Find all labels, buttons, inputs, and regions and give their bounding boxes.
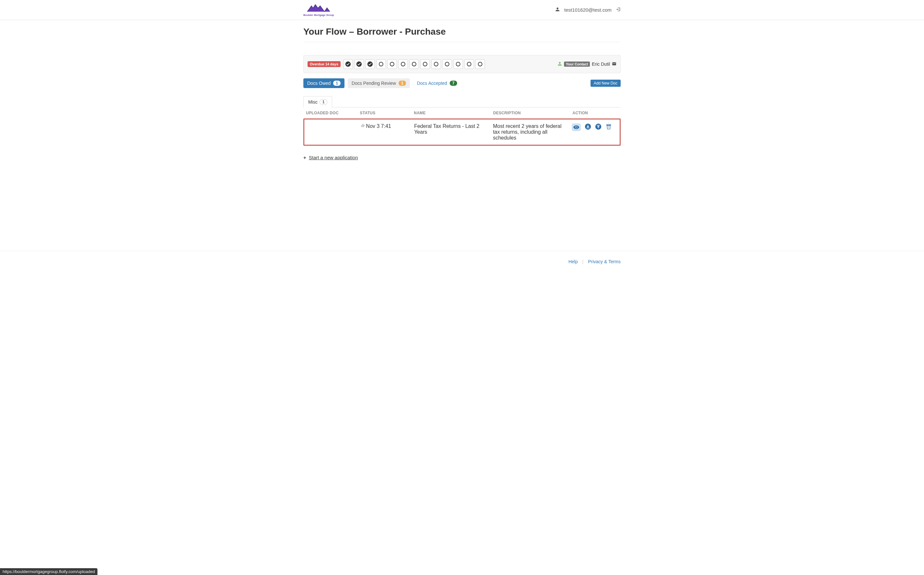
tab-docs-owed-label: Docs Owed [307,81,330,86]
th-name: NAME [411,108,491,119]
add-new-doc-button[interactable]: Add New Doc [591,79,621,87]
table-row: Nov 3 7:41 Federal Tax Returns - Last 2 … [303,119,621,146]
logo[interactable]: Boulder Mortgage Group [303,3,334,16]
cell-status: Nov 3 7:41 [358,119,412,145]
th-description: DESCRIPTION [491,108,570,119]
tab-docs-accepted-count: 7 [450,81,457,86]
page-title: Your Flow – Borrower - Purchase [303,27,621,37]
svg-point-12 [456,62,460,66]
upload-icon[interactable] [595,123,602,131]
tab-docs-owed-count: 1 [333,81,341,86]
person-icon [557,62,562,67]
logo-text: Boulder Mortgage Group [303,14,334,16]
mail-icon[interactable] [612,62,616,67]
start-new-application-link[interactable]: Start a new application [309,155,358,160]
svg-point-8 [412,62,416,66]
user-icon [555,7,560,13]
footer-privacy-link[interactable]: Privacy & Terms [588,259,621,264]
svg-point-10 [434,62,438,66]
th-action: ACTION [570,108,621,119]
progress-step-7[interactable] [409,59,419,69]
th-uploaded: UPLOADED DOC [303,108,357,119]
status-time: Nov 3 7:41 [366,123,391,129]
tab-docs-pending-count: 1 [398,81,406,86]
progress-step-1[interactable] [343,59,353,69]
delete-icon[interactable] [605,123,612,131]
user-email[interactable]: test101620@test.com [564,7,611,13]
topbar: Boulder Mortgage Group test101620@test.c… [0,0,924,20]
contact-area: Your Contact Eric Dutil [557,62,616,67]
subtab-misc-label: Misc [308,99,318,105]
svg-point-11 [445,62,449,66]
progress-panel: Overdue 14 days Your Contact Eric Dutil [303,55,621,73]
overdue-badge: Overdue 14 days [308,61,341,67]
cell-name: Federal Tax Returns - Last 2 Years [411,119,491,145]
footer: Help | Privacy & Terms [0,251,924,272]
plus-icon: + [303,155,306,160]
tab-docs-pending[interactable]: Docs Pending Review 1 [348,78,410,88]
progress-step-10[interactable] [442,59,452,69]
svg-point-9 [423,62,427,66]
progress-step-11[interactable] [453,59,463,69]
doc-tabs-row: Docs Owed 1 Docs Pending Review 1 Docs A… [303,78,621,88]
svg-point-7 [401,62,405,66]
progress-step-2[interactable] [354,59,364,69]
svg-point-14 [478,62,482,66]
tab-docs-accepted[interactable]: Docs Accepted 7 [413,78,461,88]
progress-step-6[interactable] [398,59,408,69]
tab-docs-accepted-label: Docs Accepted [417,81,447,86]
subtabs: Misc 1 [303,96,621,108]
progress-step-13[interactable] [475,59,485,69]
contact-name: Eric Dutil [592,62,610,67]
user-area: test101620@test.com [555,7,621,13]
progress-step-3[interactable] [365,59,375,69]
th-status: STATUS [357,108,411,119]
cell-action [569,119,620,145]
svg-point-5 [379,62,383,66]
separator [303,42,621,42]
subtab-misc[interactable]: Misc 1 [303,96,332,108]
tab-docs-owed[interactable]: Docs Owed 1 [303,78,345,88]
footer-divider: | [582,259,583,264]
thumbs-up-icon [361,123,365,129]
progress-step-4[interactable] [376,59,386,69]
view-icon[interactable] [572,123,581,131]
logo-mountains-icon [306,3,332,13]
start-new-application-row: + Start a new application [303,155,621,160]
tab-docs-pending-label: Docs Pending Review [352,81,396,86]
progress-step-9[interactable] [431,59,441,69]
footer-help-link[interactable]: Help [568,259,578,264]
progress-step-12[interactable] [464,59,474,69]
contact-badge: Your Contact [564,62,590,67]
progress-step-5[interactable] [387,59,397,69]
svg-rect-17 [607,125,610,126]
svg-point-13 [467,62,471,66]
subtab-misc-count: 1 [319,99,328,105]
svg-point-6 [390,62,394,66]
cell-uploaded [304,119,358,145]
progress-step-8[interactable] [420,59,430,69]
download-icon[interactable] [585,123,591,131]
table-header: UPLOADED DOC STATUS NAME DESCRIPTION ACT… [303,108,621,119]
cell-description: Most recent 2 years of federal tax retur… [491,119,570,145]
logout-icon[interactable] [616,7,621,13]
